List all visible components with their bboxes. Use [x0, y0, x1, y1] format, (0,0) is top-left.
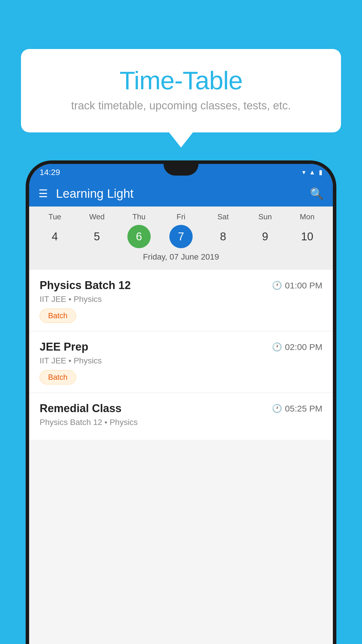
schedule-item-3-time: 🕐 05:25 PM [272, 404, 322, 414]
status-time: 14:29 [40, 168, 60, 177]
schedule-item-1-time: 🕐 01:00 PM [272, 281, 322, 290]
phone-mockup: 14:29 ▾ ▲ ▮ ☰ Learning Light 🔍 Tue Wed T… [26, 160, 336, 644]
day-9[interactable]: 9 [254, 225, 277, 248]
app-header: ☰ Learning Light 🔍 [29, 181, 333, 206]
bubble-subtitle: track timetable, upcoming classes, tests… [44, 99, 318, 112]
day-label-tue: Tue [43, 212, 66, 221]
schedule-item-2-badge: Batch [40, 370, 76, 384]
schedule-item-3[interactable]: Remedial Class 🕐 05:25 PM Physics Batch … [29, 393, 333, 440]
day-label-sun: Sun [254, 212, 277, 221]
day-8[interactable]: 8 [211, 225, 235, 248]
schedule-item-3-time-text: 05:25 PM [285, 404, 322, 414]
search-icon[interactable]: 🔍 [310, 187, 324, 200]
schedule-item-3-header: Remedial Class 🕐 05:25 PM [40, 402, 322, 415]
schedule-item-1-badge: Batch [40, 309, 76, 323]
calendar-week: Tue Wed Thu Fri Sat Sun Mon 4 5 6 7 8 9 … [29, 206, 333, 270]
schedule-item-2-header: JEE Prep 🕐 02:00 PM [40, 341, 322, 353]
schedule-item-3-meta: Physics Batch 12 • Physics [40, 418, 322, 427]
schedule-item-2-name: JEE Prep [40, 341, 88, 353]
day-label-thu: Thu [127, 212, 151, 221]
phone-screen: 14:29 ▾ ▲ ▮ ☰ Learning Light 🔍 Tue Wed T… [29, 164, 333, 644]
day-labels: Tue Wed Thu Fri Sat Sun Mon [29, 212, 333, 221]
schedule-item-2[interactable]: JEE Prep 🕐 02:00 PM IIT JEE • Physics Ba… [29, 331, 333, 393]
day-5[interactable]: 5 [85, 225, 108, 248]
bubble-title: Time-Table [44, 66, 318, 95]
app-title: Learning Light [56, 187, 310, 201]
schedule-item-3-name: Remedial Class [40, 402, 122, 415]
schedule-item-2-time-text: 02:00 PM [285, 342, 322, 352]
schedule-item-1-header: Physics Batch 12 🕐 01:00 PM [40, 279, 322, 292]
day-label-fri: Fri [169, 212, 193, 221]
status-icons: ▾ ▲ ▮ [302, 169, 322, 176]
schedule-item-1-time-text: 01:00 PM [285, 281, 322, 290]
day-numbers: 4 5 6 7 8 9 10 [29, 225, 333, 248]
schedule-item-2-time: 🕐 02:00 PM [272, 342, 322, 352]
signal-icon: ▲ [309, 169, 315, 176]
schedule-item-2-meta: IIT JEE • Physics [40, 356, 322, 365]
clock-icon-1: 🕐 [272, 281, 282, 290]
schedule-item-1-name: Physics Batch 12 [40, 279, 131, 292]
day-label-mon: Mon [296, 212, 319, 221]
day-label-wed: Wed [85, 212, 108, 221]
schedule-item-1-meta: IIT JEE • Physics [40, 295, 322, 304]
clock-icon-2: 🕐 [272, 342, 282, 352]
schedule-item-1[interactable]: Physics Batch 12 🕐 01:00 PM IIT JEE • Ph… [29, 270, 333, 331]
day-10[interactable]: 10 [296, 225, 319, 248]
day-label-sat: Sat [211, 212, 235, 221]
day-6-today[interactable]: 6 [127, 225, 151, 248]
schedule-list: Physics Batch 12 🕐 01:00 PM IIT JEE • Ph… [29, 270, 333, 440]
clock-icon-3: 🕐 [272, 404, 282, 413]
speech-bubble: Time-Table track timetable, upcoming cla… [21, 49, 341, 132]
wifi-icon: ▾ [302, 169, 305, 176]
phone-notch [164, 160, 198, 176]
menu-icon[interactable]: ☰ [38, 188, 48, 200]
battery-icon: ▮ [319, 169, 322, 176]
day-7-selected[interactable]: 7 [169, 225, 193, 248]
selected-date-label: Friday, 07 June 2019 [29, 248, 333, 267]
day-4[interactable]: 4 [43, 225, 66, 248]
